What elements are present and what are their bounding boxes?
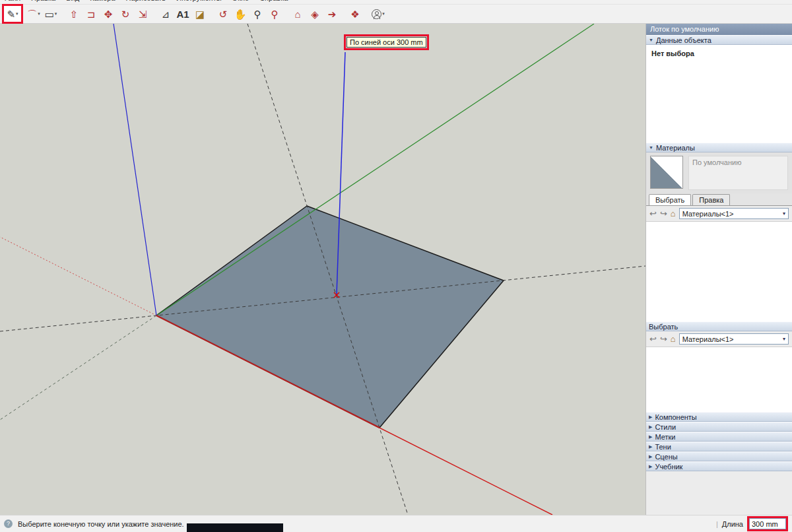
active-tool-highlight: ✎ ▾ <box>2 4 23 24</box>
toolbar: ✎ ▾ ⌒ ▾ ▭ ▾ ⇧ ⊐ ✥ ↻ ⇲ ⊿ <box>0 5 792 24</box>
rotate-button[interactable]: ↻ <box>117 6 134 22</box>
text-tool-icon: A1 <box>176 9 189 19</box>
menu-help[interactable]: Справка <box>259 0 288 2</box>
menu-file[interactable]: Файл <box>3 0 20 2</box>
menu-bar: Файл Правка Вид Камера Нарисовать Инстру… <box>0 0 792 5</box>
chevron-down-icon[interactable]: ▾ <box>55 11 57 17</box>
arc-tool-icon: ⌒ <box>27 9 37 19</box>
arc-tool-button[interactable]: ⌒ ▾ <box>25 6 42 22</box>
3d-warehouse-button[interactable]: ⌂ <box>289 6 306 22</box>
move-icon: ✥ <box>104 9 113 19</box>
sketchup-window: Файл Правка Вид Камера Нарисовать Инстру… <box>0 0 792 532</box>
tray-section-shadows[interactable]: ▶ Тени <box>646 442 792 451</box>
menu-tools[interactable]: Инструменты <box>176 0 222 2</box>
tray-section-tags[interactable]: ▶ Метки <box>646 432 792 442</box>
extension-search-icon: ❖ <box>350 9 359 19</box>
menu-view[interactable]: Вид <box>66 0 79 2</box>
orbit-button[interactable]: ↺ <box>214 6 232 22</box>
tape-measure-button[interactable]: ⊿ <box>157 6 174 22</box>
text-tool-button[interactable]: A1 <box>174 6 191 22</box>
chevron-down-icon[interactable]: ▾ <box>38 11 40 17</box>
offset-button[interactable]: ⊐ <box>82 6 100 22</box>
help-icon[interactable]: ? <box>4 519 13 528</box>
shapes-tool-button[interactable]: ▭ ▾ <box>42 6 59 22</box>
collapse-arrow-icon: ▶ <box>649 464 652 469</box>
section-label: Выбрать <box>649 323 678 331</box>
section-label: Учебник <box>655 463 682 471</box>
3d-warehouse-icon: ⌂ <box>294 9 300 19</box>
push-pull-button[interactable]: ⇧ <box>65 6 82 22</box>
tape-measure-icon: ⊿ <box>162 9 170 19</box>
tray-title[interactable]: Лоток по умолчанию <box>646 24 792 35</box>
chevron-down-icon[interactable]: ▾ <box>16 11 18 17</box>
materials-list[interactable] <box>646 221 792 321</box>
entity-info-panel: Нет выбора <box>646 45 792 143</box>
collapse-arrow-icon: ▶ <box>649 415 652 420</box>
collapse-arrow-icon: ▶ <box>649 444 652 449</box>
inference-tooltip: По синей оси 300 mm <box>346 37 426 48</box>
select-nav-row: ↩ ↪ ⌂ Материалы<1> ▾ <box>646 331 792 347</box>
menu-edit[interactable]: Правка <box>31 0 55 2</box>
account-button[interactable]: ▾ <box>370 6 387 22</box>
select-dropdown-value: Материалы<1> <box>682 335 734 343</box>
extension-warehouse-icon: ◈ <box>311 9 319 19</box>
zoom-extents-icon: ⚲ <box>271 9 279 19</box>
account-person-icon <box>372 9 381 19</box>
rotate-icon: ↻ <box>121 9 130 19</box>
tray-section-materials[interactable]: ▼ Материалы <box>646 143 792 152</box>
measurement-input[interactable] <box>749 518 786 529</box>
collapse-arrow-icon: ▼ <box>649 145 653 150</box>
pan-button[interactable]: ✋ <box>232 6 249 22</box>
menu-camera[interactable]: Камера <box>90 0 115 2</box>
send-to-layout-button[interactable]: ➔ <box>323 6 341 22</box>
tray-section-entity-info[interactable]: ▼ Данные объекта <box>646 35 792 45</box>
collapse-arrow-icon: ▼ <box>649 38 653 42</box>
line-tool-button[interactable]: ✎ ▾ <box>4 6 21 22</box>
scale-icon: ⇲ <box>139 9 147 19</box>
select-dropdown[interactable]: Материалы<1> ▾ <box>679 333 789 345</box>
menu-draw[interactable]: Нарисовать <box>126 0 166 2</box>
material-name-label: По умолчанию <box>688 156 788 190</box>
tab-select[interactable]: Выбрать <box>649 194 691 205</box>
tray-section-styles[interactable]: ▶ Стили <box>646 422 792 432</box>
paint-bucket-icon: ◪ <box>195 9 205 19</box>
forward-arrow-icon[interactable]: ↪ <box>660 209 667 218</box>
extension-search-button[interactable]: ❖ <box>346 6 364 22</box>
default-tray: Лоток по умолчанию ▼ Данные объекта Нет … <box>645 24 792 515</box>
status-divider: | <box>716 520 718 528</box>
chevron-down-icon[interactable]: ▾ <box>382 11 385 17</box>
taskbar-fragment <box>187 523 283 532</box>
chevron-down-icon: ▾ <box>783 211 785 216</box>
tab-edit[interactable]: Правка <box>692 194 730 205</box>
zoom-button[interactable]: ⚲ <box>249 6 266 22</box>
materials-nav-row: ↩ ↪ ⌂ Материалы<1> ▾ <box>646 206 792 221</box>
status-bar: ? Выберите конечную точку или укажите зн… <box>0 515 792 532</box>
paint-bucket-button[interactable]: ◪ <box>191 6 209 22</box>
back-arrow-icon[interactable]: ↩ <box>649 335 657 343</box>
scale-button[interactable]: ⇲ <box>134 6 151 22</box>
material-thumbnail[interactable] <box>650 156 683 189</box>
home-icon[interactable]: ⌂ <box>671 209 676 218</box>
extension-warehouse-button[interactable]: ◈ <box>306 6 323 22</box>
section-label: Компоненты <box>655 413 696 421</box>
tray-section-instructor[interactable]: ▶ Учебник <box>646 461 792 471</box>
tray-section-scenes[interactable]: ▶ Сцены <box>646 451 792 461</box>
move-button[interactable]: ✥ <box>100 6 117 22</box>
back-arrow-icon[interactable]: ↩ <box>649 209 657 218</box>
select-list[interactable] <box>646 347 792 412</box>
offset-icon: ⊐ <box>87 9 96 19</box>
drawing-canvas[interactable]: По синей оси 300 mm <box>0 24 645 515</box>
tooltip-highlight: По синей оси 300 mm <box>344 34 429 50</box>
materials-dropdown[interactable]: Материалы<1> ▾ <box>679 208 789 219</box>
material-preview-row: По умолчанию <box>646 152 792 193</box>
tray-section-select[interactable]: Выбрать <box>646 321 792 331</box>
zoom-extents-button[interactable]: ⚲ <box>266 6 283 22</box>
tray-section-components[interactable]: ▶ Компоненты <box>646 412 792 422</box>
menu-window[interactable]: Окно <box>232 0 249 2</box>
pan-icon: ✋ <box>234 9 247 19</box>
chevron-down-icon: ▾ <box>783 336 785 342</box>
zoom-icon: ⚲ <box>254 9 261 19</box>
forward-arrow-icon[interactable]: ↪ <box>660 335 667 343</box>
home-icon[interactable]: ⌂ <box>671 335 676 343</box>
face-square[interactable] <box>156 206 504 428</box>
